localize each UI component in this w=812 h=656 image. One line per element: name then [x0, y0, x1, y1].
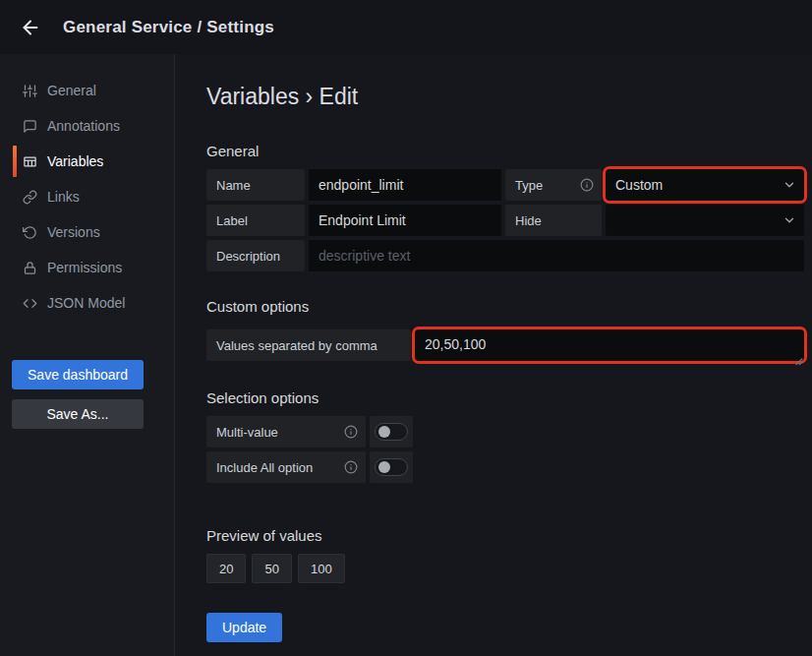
comment-icon — [22, 118, 37, 134]
custom-options-heading: Custom options — [206, 298, 309, 315]
toggle-knob — [378, 461, 390, 473]
type-label-text: Type — [515, 178, 543, 193]
sidebar-item-label: Links — [47, 189, 80, 205]
settings-sidebar: General Annotations Variables Links Vers… — [0, 54, 175, 656]
include-all-toggle[interactable] — [370, 451, 413, 483]
table-icon — [22, 153, 37, 169]
info-icon[interactable] — [344, 425, 358, 439]
selection-options-heading: Selection options — [206, 389, 319, 406]
sidebar-item-permissions[interactable]: Permissions — [0, 250, 174, 285]
label-field-label: Label — [206, 205, 305, 236]
settings-nav: General Annotations Variables Links Vers… — [0, 54, 174, 321]
lock-icon — [22, 260, 37, 275]
update-button[interactable]: Update — [206, 613, 282, 642]
sidebar-item-general[interactable]: General — [0, 73, 174, 108]
label-hide-row: Label Hide — [206, 205, 804, 236]
code-icon — [22, 295, 37, 311]
general-section-heading: General — [206, 143, 259, 159]
multi-value-label: Multi-value — [206, 416, 366, 447]
sidebar-item-json-model[interactable]: JSON Model — [0, 285, 174, 321]
name-input[interactable] — [309, 169, 501, 201]
sidebar-item-versions[interactable]: Versions — [0, 214, 174, 250]
info-icon[interactable] — [344, 460, 358, 474]
type-field-label: Type — [505, 169, 602, 201]
top-header: General Service / Settings — [0, 0, 812, 54]
preview-chips: 20 50 100 — [206, 554, 345, 583]
values-textarea[interactable]: 20,50,100 — [415, 329, 804, 361]
preview-chip: 100 — [298, 554, 345, 583]
sidebar-item-label: Annotations — [47, 118, 120, 134]
include-all-label-text: Include All option — [216, 460, 313, 475]
hide-label-text: Hide — [515, 213, 542, 228]
chevron-down-icon — [783, 178, 796, 192]
save-dashboard-button[interactable]: Save dashboard — [12, 360, 144, 389]
multi-value-toggle[interactable] — [370, 416, 413, 447]
label-input[interactable] — [309, 205, 501, 236]
include-all-row: Include All option — [206, 451, 804, 483]
info-icon[interactable] — [580, 178, 594, 192]
resize-handle[interactable] — [793, 356, 803, 366]
toggle-switch — [375, 423, 408, 441]
sidebar-item-label: Variables — [47, 153, 103, 169]
name-type-row: Name Type Custom — [206, 169, 804, 201]
save-as-button[interactable]: Save As... — [12, 399, 144, 429]
chevron-down-icon — [783, 213, 796, 227]
sliders-icon — [22, 83, 37, 98]
type-select[interactable]: Custom — [606, 169, 804, 201]
toggle-knob — [378, 426, 390, 438]
hide-field-label: Hide — [505, 205, 602, 236]
preview-chip: 50 — [252, 554, 291, 583]
page-title: Variables › Edit — [206, 84, 358, 110]
type-select-value: Custom — [615, 177, 663, 193]
sidebar-item-variables[interactable]: Variables — [0, 144, 174, 179]
description-row: Description — [206, 240, 804, 271]
hide-select[interactable] — [606, 205, 804, 236]
multi-value-label-text: Multi-value — [216, 425, 278, 440]
description-field-label: Description — [206, 240, 305, 271]
description-input[interactable] — [309, 240, 804, 271]
values-row: Values separated by comma 20,50,100 — [206, 329, 804, 361]
sidebar-item-label: General — [47, 83, 96, 98]
arrow-left-icon — [20, 17, 41, 38]
sidebar-item-label: Versions — [47, 224, 100, 240]
variables-edit-panel: Variables › Edit General Name Type Custo… — [176, 54, 812, 656]
preview-heading: Preview of values — [206, 527, 322, 544]
toggle-switch — [375, 458, 408, 476]
include-all-label: Include All option — [206, 451, 366, 483]
history-icon — [22, 224, 37, 240]
link-icon — [22, 189, 37, 205]
values-field-label: Values separated by comma — [206, 329, 411, 361]
sidebar-item-label: JSON Model — [47, 295, 125, 311]
sidebar-item-label: Permissions — [47, 260, 122, 275]
page-breadcrumb-title: General Service / Settings — [63, 18, 274, 37]
back-button[interactable] — [16, 13, 45, 42]
preview-chip: 20 — [206, 554, 246, 583]
name-field-label: Name — [206, 169, 305, 201]
sidebar-item-links[interactable]: Links — [0, 179, 174, 214]
sidebar-item-annotations[interactable]: Annotations — [0, 108, 174, 144]
multi-value-row: Multi-value — [206, 416, 804, 447]
